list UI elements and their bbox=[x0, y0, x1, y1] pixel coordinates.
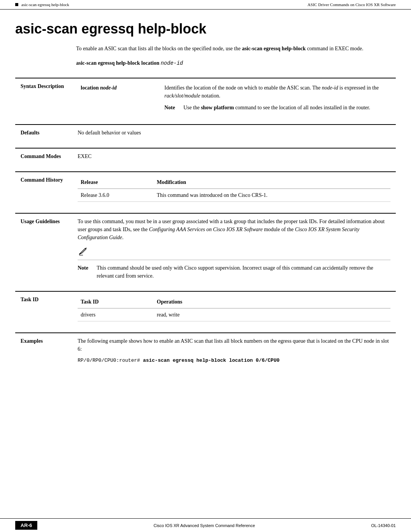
intro-text: To enable an ASIC scan that lists all th… bbox=[76, 45, 396, 53]
syntax-description-row: Syntax Description location node-id Iden… bbox=[15, 78, 396, 117]
command-history-row: Command History Release Modification Rel… bbox=[15, 172, 396, 206]
ch-col-modification: Modification bbox=[154, 176, 390, 189]
examples-code-command: asic-scan egressq help-block location 0/… bbox=[143, 358, 280, 363]
syntax-note-label: Note bbox=[164, 104, 180, 112]
intro-bold: asic-scan egressq help-block bbox=[242, 46, 306, 51]
spacer-3 bbox=[15, 164, 396, 172]
defaults-row: Defaults No default behavior or values bbox=[15, 125, 396, 141]
footer-center-text: Cisco IOS XR Advanced System Command Ref… bbox=[153, 523, 255, 528]
usage-guidelines-label: Usage Guidelines bbox=[15, 213, 72, 284]
spacer-6 bbox=[15, 325, 396, 333]
syntax-param: location node-id bbox=[78, 82, 161, 113]
command-modes-label: Command Modes bbox=[15, 148, 72, 164]
ug-text2: module of the bbox=[263, 227, 295, 232]
usage-guidelines-row: Usage Guidelines To use this command, yo… bbox=[15, 213, 396, 284]
intro-text2: command in EXEC mode. bbox=[306, 46, 363, 51]
command-syntax-bold: asic-scan egressq help-block location bbox=[76, 60, 161, 66]
header-left-text: asic-scan egressq help-block bbox=[21, 2, 69, 7]
syntax-description-label: Syntax Description bbox=[15, 78, 72, 117]
spacer-2 bbox=[15, 141, 396, 148]
task-id-content: Task ID Operations drivers read, write bbox=[72, 291, 396, 325]
header-left: asic-scan egressq help-block bbox=[15, 2, 69, 7]
command-history-table: Release Modification Release 3.6.0 This … bbox=[78, 176, 390, 202]
syntax-desc3: notation. bbox=[200, 93, 220, 99]
doc-table: Syntax Description location node-id Iden… bbox=[15, 78, 396, 368]
command-history-label: Command History bbox=[15, 172, 72, 206]
usage-note-label: Note bbox=[78, 264, 93, 272]
syntax-desc1: Identifies the location of the node on w… bbox=[164, 85, 322, 91]
command-history-header: Release Modification bbox=[78, 176, 390, 189]
examples-code-prefix: RP/0/RP0/CPU0:router# bbox=[78, 358, 143, 363]
ug-italic1: Configuring AAA Services on Cisco IOS XR… bbox=[149, 227, 263, 232]
task-id-row: Task ID Task ID Operations drivers read,… bbox=[15, 291, 396, 325]
ti-operations-value: read, write bbox=[154, 308, 390, 321]
examples-content: The following example shows how to enabl… bbox=[72, 333, 396, 368]
ug-text3: . bbox=[122, 235, 124, 240]
syntax-param-italic: node-id bbox=[100, 85, 117, 91]
footer-badge: AR-6 bbox=[15, 521, 37, 530]
syntax-inner-table: location node-id Identifies the location… bbox=[78, 82, 390, 113]
syntax-desc2: is expressed in the bbox=[338, 85, 379, 91]
syntax-param-row: location node-id Identifies the location… bbox=[78, 82, 390, 113]
top-header: asic-scan egressq help-block ASIC Driver… bbox=[0, 0, 411, 10]
examples-text: The following example shows how to enabl… bbox=[78, 337, 390, 353]
page-footer: AR-6 Cisco IOS XR Advanced System Comman… bbox=[0, 518, 411, 532]
task-id-table: Task ID Operations drivers read, write bbox=[78, 296, 390, 321]
defaults-label: Defaults bbox=[15, 125, 72, 141]
syntax-note-text1: Use the bbox=[183, 105, 201, 110]
ti-taskid-value: drivers bbox=[78, 308, 154, 321]
page-title: asic-scan egressq help-block bbox=[15, 21, 396, 37]
command-history-data-row: Release 3.6.0 This command was introduce… bbox=[78, 189, 390, 202]
spacer-5 bbox=[15, 284, 396, 291]
ti-col-taskid: Task ID bbox=[78, 296, 154, 308]
pencil-icon bbox=[78, 246, 88, 257]
syntax-note-bold: show platform bbox=[201, 105, 234, 110]
usage-guidelines-text: To use this command, you must be in a us… bbox=[78, 217, 390, 241]
syntax-note-text: Use the show platform command to see the… bbox=[183, 104, 370, 112]
spacer-1 bbox=[15, 117, 396, 125]
syntax-param-bold: location bbox=[81, 85, 100, 91]
task-id-header: Task ID Operations bbox=[78, 296, 390, 308]
usage-note-block: Note This command should be used only wi… bbox=[78, 264, 390, 280]
task-id-label: Task ID bbox=[15, 291, 72, 325]
ch-col-release: Release bbox=[78, 176, 154, 189]
intro-text1: To enable an ASIC scan that lists all th… bbox=[76, 46, 242, 51]
ch-release-value: Release 3.6.0 bbox=[78, 189, 154, 202]
defaults-content: No default behavior or values bbox=[72, 125, 396, 141]
note-icon-wrapper bbox=[78, 246, 390, 260]
header-bullet bbox=[15, 3, 18, 6]
examples-row: Examples The following example shows how… bbox=[15, 333, 396, 368]
task-id-data-row: drivers read, write bbox=[78, 308, 390, 321]
examples-code-block: RP/0/RP0/CPU0:router# asic-scan egressq … bbox=[78, 357, 390, 364]
command-history-content: Release Modification Release 3.6.0 This … bbox=[72, 172, 396, 206]
spacer-4 bbox=[15, 206, 396, 213]
main-content: asic-scan egressq help-block To enable a… bbox=[0, 21, 411, 391]
command-syntax-italic: node-id bbox=[161, 60, 183, 66]
syntax-note-text2: command to see the location of all nodes… bbox=[234, 105, 370, 110]
footer-right-text: OL-14340-01 bbox=[371, 523, 396, 528]
intro-section: To enable an ASIC scan that lists all th… bbox=[76, 45, 396, 53]
syntax-note-block: Note Use the show platform command to se… bbox=[164, 104, 387, 112]
syntax-description-content: location node-id Identifies the location… bbox=[72, 78, 396, 117]
ti-col-operations: Operations bbox=[154, 296, 390, 308]
command-modes-row: Command Modes EXEC bbox=[15, 148, 396, 164]
header-right-text: ASIC Driver Commands on Cisco IOS XR Sof… bbox=[307, 2, 396, 7]
syntax-desc-italic1: node-id bbox=[322, 85, 338, 91]
command-syntax: asic-scan egressq help-block location no… bbox=[76, 60, 396, 66]
command-modes-content: EXEC bbox=[72, 148, 396, 164]
usage-guidelines-content: To use this command, you must be in a us… bbox=[72, 213, 396, 284]
examples-label: Examples bbox=[15, 333, 72, 368]
ch-modification-value: This command was introduced on the Cisco… bbox=[154, 189, 390, 202]
usage-note-text: This command should be used only with Ci… bbox=[97, 264, 390, 280]
syntax-desc-italic2: rack/slot/module bbox=[164, 93, 200, 99]
syntax-param-desc: Identifies the location of the node on w… bbox=[161, 82, 390, 113]
